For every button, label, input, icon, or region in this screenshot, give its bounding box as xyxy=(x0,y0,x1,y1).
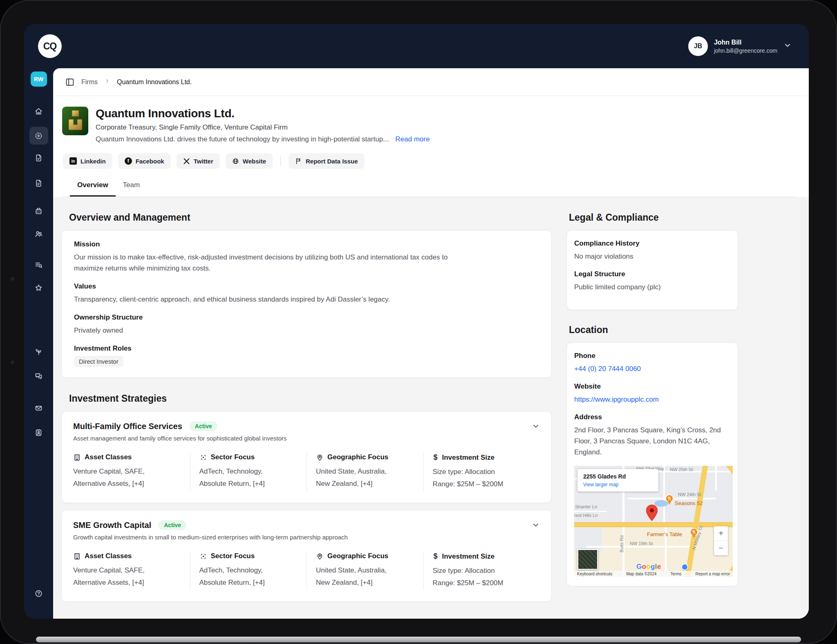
building-icon xyxy=(73,454,81,461)
legal-structure-value: Public limited company (plc) xyxy=(574,282,730,293)
facebook-button[interactable]: Facebook xyxy=(118,153,171,169)
bezel-button xyxy=(11,277,14,281)
street-label: rest Hills Ln xyxy=(574,513,598,518)
ownership-label: Ownership Structure xyxy=(74,313,539,322)
section-title-overview: Overview and Management xyxy=(69,212,552,223)
chevron-down-icon[interactable] xyxy=(532,521,540,529)
poi-label[interactable]: Farmer’s Table xyxy=(647,531,682,537)
zoom-in-button[interactable]: + xyxy=(714,526,728,541)
twitter-button[interactable]: Twitter xyxy=(177,153,220,169)
map-attribution: Keyboard shortcuts Map data ©2024 Terms … xyxy=(574,571,733,577)
users-icon[interactable] xyxy=(29,225,48,243)
flag-icon xyxy=(295,158,302,165)
mail-icon[interactable] xyxy=(29,399,48,417)
chevron-down-icon[interactable] xyxy=(532,422,540,430)
file-text-icon[interactable] xyxy=(29,174,48,192)
asset-classes-column: Asset Classes Venture Capital, SAFE, Alt… xyxy=(73,452,190,491)
poi-label[interactable]: Seasons 52 xyxy=(675,500,703,506)
chat-icon[interactable] xyxy=(29,367,48,385)
x-icon xyxy=(183,158,190,165)
list-search-icon[interactable] xyxy=(29,256,48,274)
google-logo[interactable]: Google xyxy=(636,563,661,571)
address-value: 2nd Floor, 3 Pancras Square, King’s Cros… xyxy=(574,425,730,458)
user-email: john.bill@greencore.com xyxy=(714,47,777,54)
status-badge: Active xyxy=(159,520,186,530)
transit-dot xyxy=(681,564,688,570)
avatar: JB xyxy=(688,36,708,56)
status-badge: Active xyxy=(190,421,217,431)
compliance-value: No major violations xyxy=(574,251,730,262)
contact-card-icon[interactable] xyxy=(29,423,48,441)
dollar-icon xyxy=(433,453,439,462)
satellite-toggle-thumbnail[interactable] xyxy=(577,549,598,570)
divider xyxy=(280,156,281,166)
help-icon[interactable] xyxy=(29,584,48,602)
map-info-card: 2255 Glades Rd View larger map xyxy=(577,469,658,492)
zoom-out-button[interactable]: − xyxy=(714,541,728,555)
firm-header: Quantum Innovations Ltd. Corporate Treas… xyxy=(53,96,809,197)
mission-label: Mission xyxy=(74,240,539,248)
home-icon[interactable] xyxy=(29,102,48,120)
google-map[interactable]: NW 23rd Way NW 25th St NW 24th St Shante… xyxy=(574,466,733,577)
strategy-card: Multi-Family Office Services Active Asse… xyxy=(61,411,552,503)
view-larger-map-link[interactable]: View larger map xyxy=(583,482,653,487)
globe-icon xyxy=(232,158,239,165)
star-icon[interactable] xyxy=(29,279,48,297)
read-more-link[interactable]: Read more xyxy=(395,135,430,143)
sector-focus-icon xyxy=(199,454,207,461)
restaurant-pin-icon[interactable] xyxy=(689,528,698,539)
bezel-button xyxy=(11,360,14,364)
report-map-error-link[interactable]: Report a map error xyxy=(696,572,730,576)
tab-team[interactable]: Team xyxy=(116,181,148,197)
workspace-badge[interactable]: RW xyxy=(31,72,47,87)
roles-label: Investment Roles xyxy=(74,344,539,353)
facebook-icon xyxy=(125,157,132,165)
keyboard-shortcuts-link[interactable]: Keyboard shortcuts xyxy=(577,572,612,576)
strategy-name: SME Growth Capital xyxy=(73,521,151,530)
investment-size-column: Investment Size Size type: Allocation Ra… xyxy=(423,551,540,590)
overview-card: Mission Our mission is to make tax-effec… xyxy=(61,230,552,378)
report-data-issue-button[interactable]: Report Data Issue xyxy=(289,153,365,169)
phone-link[interactable]: +44 (0) 20 7444 0060 xyxy=(574,363,730,374)
restaurant-pin-icon[interactable] xyxy=(665,494,674,505)
firm-types: Corporate Treasury, Single Family Office… xyxy=(96,123,430,132)
app-body: RW xyxy=(24,68,809,619)
chevron-right-icon xyxy=(104,78,110,86)
page-content: Overview and Management Mission Our miss… xyxy=(53,197,809,619)
values-value: Transparency, client-centric approach, a… xyxy=(74,294,458,305)
building-icon[interactable] xyxy=(29,202,48,220)
discover-icon[interactable] xyxy=(29,127,48,145)
breadcrumb-firms[interactable]: Firms xyxy=(81,78,98,86)
page-title: Quantum Innovations Ltd. xyxy=(96,107,430,120)
section-title-location: Location xyxy=(569,324,738,335)
user-name: John Bill xyxy=(714,39,777,46)
highway xyxy=(723,466,733,511)
tablet-photo: CQ JB John Bill john.bill@greencore.com xyxy=(0,0,837,644)
legal-card: Compliance History No major violations L… xyxy=(566,230,738,310)
app-logo-text: CQ xyxy=(43,41,57,52)
strategy-description: Growth capital investments in small to m… xyxy=(73,534,540,541)
chevron-down-icon xyxy=(783,41,792,51)
seedling-icon[interactable] xyxy=(29,342,48,360)
highway xyxy=(574,522,733,527)
linkedin-button[interactable]: Linkedin xyxy=(63,153,112,169)
main-panel: Firms Quantum Innovations Ltd. xyxy=(53,68,809,619)
map-pin-icon xyxy=(316,454,324,461)
website-button[interactable]: Website xyxy=(226,153,273,169)
asset-classes-column: Asset Classes Venture Capital, SAFE, Alt… xyxy=(73,551,190,590)
values-label: Values xyxy=(74,282,539,291)
strategy-card: SME Growth Capital Active Growth capital… xyxy=(61,510,552,602)
dollar-icon xyxy=(433,552,439,561)
strategy-name: Multi-Family Office Services xyxy=(73,422,182,431)
app-logo[interactable]: CQ xyxy=(38,34,62,58)
right-column: Legal & Compliance Compliance History No… xyxy=(566,212,738,610)
linkedin-icon xyxy=(69,157,77,165)
tab-overview[interactable]: Overview xyxy=(70,181,116,197)
website-link[interactable]: https://www.ipgroupplc.com xyxy=(574,394,730,405)
sidebar-toggle-icon[interactable] xyxy=(65,77,75,87)
file-check-icon[interactable] xyxy=(29,149,48,167)
phone-label: Phone xyxy=(574,352,730,360)
map-marker-icon[interactable] xyxy=(646,505,658,521)
user-menu[interactable]: JB John Bill john.bill@greencore.com xyxy=(688,36,792,56)
terms-link[interactable]: Terms xyxy=(670,572,681,576)
